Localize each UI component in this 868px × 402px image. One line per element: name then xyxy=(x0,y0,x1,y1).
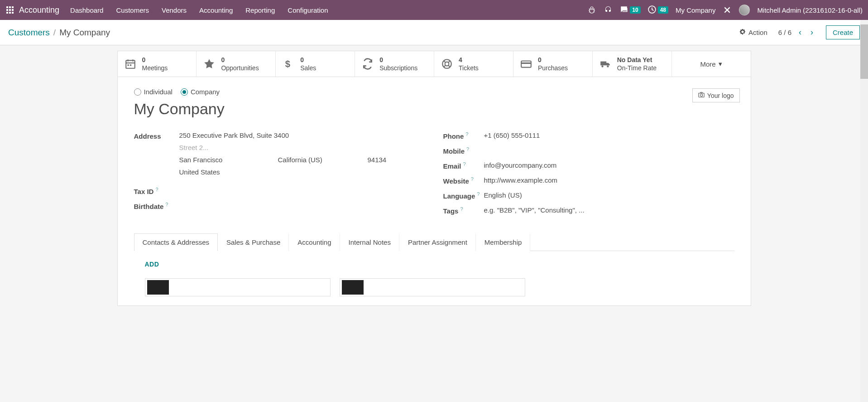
menu-reporting[interactable]: Reporting xyxy=(245,6,275,14)
svg-rect-0 xyxy=(6,6,8,8)
create-button[interactable]: Create xyxy=(826,25,860,39)
apps-icon[interactable] xyxy=(5,5,14,15)
svg-rect-12 xyxy=(129,64,131,66)
your-logo-button[interactable]: Your logo xyxy=(692,88,740,102)
field-language[interactable]: English (US) xyxy=(484,191,734,199)
menu-configuration[interactable]: Configuration xyxy=(288,6,328,14)
star-icon xyxy=(203,58,216,70)
field-website[interactable]: http://www.example.com xyxy=(484,176,734,184)
pager-next-icon[interactable]: › xyxy=(809,28,815,37)
scrollbar[interactable] xyxy=(860,20,868,324)
support-icon[interactable] xyxy=(604,5,613,15)
tab-contacts[interactable]: Contacts & Addresses xyxy=(134,233,218,251)
pager-text[interactable]: 6 / 6 xyxy=(778,29,791,36)
help-icon[interactable]: ? xyxy=(471,176,474,182)
tabs: Contacts & Addresses Sales & Purchase Ac… xyxy=(134,233,734,251)
record-title[interactable]: My Company xyxy=(134,100,734,118)
bug-icon[interactable] xyxy=(587,5,596,15)
menu-vendors[interactable]: Vendors xyxy=(162,6,187,14)
credit-card-icon xyxy=(520,58,532,70)
stat-buttons: 0Meetings 0Opportunities $ 0Sales 0Subsc… xyxy=(118,51,751,77)
tab-internal-notes[interactable]: Internal Notes xyxy=(340,233,399,251)
dollar-icon: $ xyxy=(282,58,295,70)
chat-icon xyxy=(620,5,628,15)
help-icon[interactable]: ? xyxy=(155,187,158,192)
radio-company[interactable]: Company xyxy=(181,88,220,96)
breadcrumb-root[interactable]: Customers xyxy=(8,28,50,38)
address-street[interactable]: 250 Executive Park Blvd, Suite 3400 xyxy=(179,131,425,139)
help-icon[interactable]: ? xyxy=(460,206,463,212)
help-icon[interactable]: ? xyxy=(463,161,466,167)
menu-customers[interactable]: Customers xyxy=(116,6,149,14)
action-dropdown[interactable]: Action xyxy=(739,29,767,36)
truck-icon xyxy=(599,58,612,70)
content-area: 0Meetings 0Opportunities $ 0Sales 0Subsc… xyxy=(0,45,868,324)
stat-tickets[interactable]: 4Tickets xyxy=(434,51,513,77)
tools-icon[interactable] xyxy=(723,5,732,15)
avatar[interactable] xyxy=(739,5,750,15)
tab-sales-purchase[interactable]: Sales & Purchase xyxy=(218,233,289,251)
label-phone: Phone? xyxy=(443,131,484,140)
stat-more[interactable]: More ▾ xyxy=(672,51,751,77)
field-email[interactable]: info@yourcompany.com xyxy=(484,161,734,169)
svg-point-19 xyxy=(607,65,609,67)
menu-dashboard[interactable]: Dashboard xyxy=(70,6,103,14)
navbar-right: 10 48 My Company Mitchell Admin (2231610… xyxy=(587,5,863,15)
svg-rect-8 xyxy=(12,12,14,14)
user-menu[interactable]: Mitchell Admin (22316102-16-0-all) xyxy=(757,6,863,14)
field-tags[interactable]: e.g. "B2B", "VIP", "Consulting", ... xyxy=(484,206,734,214)
form-sheet: 0Meetings 0Opportunities $ 0Sales 0Subsc… xyxy=(117,51,751,306)
tab-partner-assignment[interactable]: Partner Assignment xyxy=(399,233,476,251)
action-label: Action xyxy=(748,29,767,36)
add-contact-button[interactable]: ADD xyxy=(145,261,159,268)
svg-rect-16 xyxy=(521,61,531,68)
radio-individual[interactable]: Individual xyxy=(134,88,173,96)
field-phone[interactable]: +1 (650) 555-0111 xyxy=(484,131,734,139)
address-zip[interactable]: 94134 xyxy=(368,156,425,164)
address-country[interactable]: United States xyxy=(179,168,425,176)
label-language: Language? xyxy=(443,191,484,200)
contact-thumb xyxy=(342,280,364,295)
left-column: Address 250 Executive Park Blvd, Suite 3… xyxy=(134,131,425,221)
breadcrumb-sep: / xyxy=(53,28,56,38)
stat-meetings[interactable]: 0Meetings xyxy=(118,51,197,77)
address-street2[interactable]: Street 2... xyxy=(179,144,425,151)
activities-button[interactable]: 48 xyxy=(648,5,668,15)
app-title[interactable]: Accounting xyxy=(19,5,59,15)
tab-membership[interactable]: Membership xyxy=(476,233,531,251)
svg-rect-6 xyxy=(6,12,8,14)
tab-content: ADD xyxy=(134,251,734,305)
contact-card[interactable] xyxy=(340,278,525,296)
address-state[interactable]: California (US) xyxy=(278,156,364,164)
stat-ontime[interactable]: No Data YetOn-Time Rate xyxy=(593,51,672,77)
address-city[interactable]: San Francisco xyxy=(179,156,274,164)
help-icon[interactable]: ? xyxy=(477,191,480,197)
control-bar: Customers / My Company Action 6 / 6 ‹ › … xyxy=(0,20,868,45)
breadcrumb: Customers / My Company xyxy=(8,28,110,38)
camera-icon xyxy=(698,92,705,99)
menu-accounting[interactable]: Accounting xyxy=(199,6,233,14)
tab-accounting[interactable]: Accounting xyxy=(289,233,340,251)
help-icon[interactable]: ? xyxy=(165,202,168,207)
form-body: Individual Company Your logo My Company xyxy=(118,77,751,305)
contact-card[interactable] xyxy=(145,278,331,296)
stat-purchases[interactable]: 0Purchases xyxy=(513,51,593,77)
help-icon[interactable]: ? xyxy=(465,131,468,137)
stat-sales[interactable]: $ 0Sales xyxy=(276,51,355,77)
svg-point-18 xyxy=(601,65,603,67)
main-menu: Dashboard Customers Vendors Accounting R… xyxy=(70,6,328,14)
messages-button[interactable]: 10 xyxy=(620,5,640,15)
right-column: Phone? +1 (650) 555-0111 Mobile? Email? … xyxy=(443,131,734,221)
company-name[interactable]: My Company xyxy=(676,6,715,14)
contact-thumb xyxy=(147,280,169,295)
stat-subscriptions[interactable]: 0Subscriptions xyxy=(355,51,434,77)
gear-icon xyxy=(739,29,746,36)
stat-opportunities[interactable]: 0Opportunities xyxy=(197,51,276,77)
svg-rect-17 xyxy=(521,63,531,64)
label-address: Address xyxy=(134,131,179,140)
label-email: Email? xyxy=(443,161,484,170)
svg-point-15 xyxy=(445,62,449,66)
label-website: Website? xyxy=(443,176,484,185)
help-icon[interactable]: ? xyxy=(466,146,469,152)
pager-prev-icon[interactable]: ‹ xyxy=(797,28,803,37)
